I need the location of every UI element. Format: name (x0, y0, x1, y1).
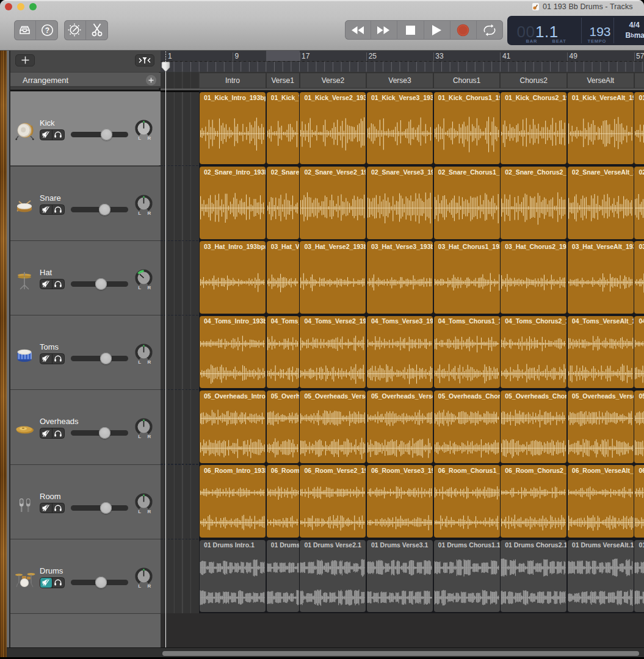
svg-text:L: L (138, 135, 141, 141)
svg-text:R: R (148, 583, 151, 589)
svg-text:L: L (138, 583, 141, 589)
svg-text:R: R (148, 211, 151, 216)
svg-text:L: L (138, 434, 141, 439)
svg-text:L: L (138, 359, 141, 365)
svg-text:R: R (148, 359, 151, 365)
svg-text:R: R (148, 285, 151, 290)
svg-text:R: R (148, 434, 151, 439)
svg-text:?: ? (45, 26, 49, 35)
svg-text:L: L (138, 509, 141, 514)
svg-text:R: R (148, 135, 151, 141)
svg-text:R: R (148, 509, 151, 514)
svg-text:L: L (138, 285, 141, 290)
svg-text:L: L (138, 211, 141, 216)
